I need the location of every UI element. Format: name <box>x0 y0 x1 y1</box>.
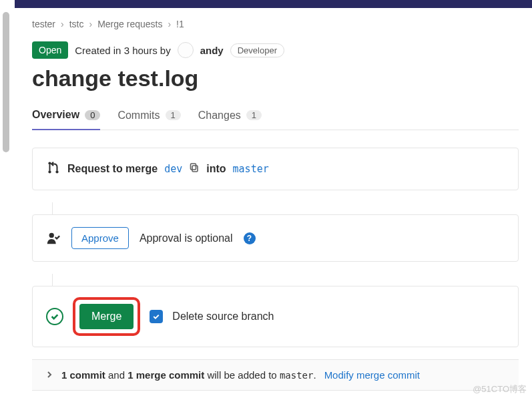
tab-commits[interactable]: Commits 1 <box>117 109 180 130</box>
approval-panel: Approve Approval is optional ? <box>32 214 519 262</box>
copy-icon[interactable] <box>189 162 200 176</box>
scrollbar-thumb[interactable] <box>3 12 9 152</box>
left-scrollbar[interactable] <box>0 0 15 398</box>
chevron-right-icon: › <box>168 19 171 29</box>
tab-label: Overview <box>32 109 79 121</box>
tab-label: Commits <box>117 110 160 122</box>
merge-button[interactable]: Merge <box>79 304 134 329</box>
merge-panel: Merge Delete source branch <box>32 286 519 347</box>
tab-overview[interactable]: Overview 0 <box>32 109 100 130</box>
into-label: into <box>206 163 226 175</box>
status-success-icon <box>46 308 63 325</box>
svg-point-0 <box>48 162 51 164</box>
timeline-line <box>52 202 519 214</box>
target-branch-link[interactable]: master <box>233 163 269 175</box>
timeline-line <box>52 274 519 286</box>
commit-summary-text: 1 commit and 1 merge commit will be adde… <box>61 369 316 381</box>
svg-point-2 <box>55 170 58 173</box>
approve-button[interactable]: Approve <box>71 227 129 249</box>
approver-icon <box>46 231 61 246</box>
approval-optional-text: Approval is optional <box>140 232 233 244</box>
commit-summary-panel: 1 commit and 1 merge commit will be adde… <box>32 359 519 391</box>
status-badge: Open <box>32 41 68 59</box>
tab-changes[interactable]: Changes 1 <box>198 109 262 130</box>
svg-rect-3 <box>192 166 198 172</box>
created-text: Created in 3 hours by <box>75 45 170 56</box>
delete-branch-label: Delete source branch <box>172 311 274 323</box>
author-name[interactable]: andy <box>200 45 224 56</box>
annotation-highlight: Merge <box>73 297 140 336</box>
tabs: Overview 0 Commits 1 Changes 1 <box>32 109 519 130</box>
info-icon[interactable]: ? <box>244 232 256 244</box>
tab-count: 1 <box>166 110 181 120</box>
svg-rect-4 <box>191 164 196 170</box>
tab-count: 1 <box>246 110 262 120</box>
chevron-right-icon: › <box>89 19 92 29</box>
breadcrumb-item[interactable]: Merge requests <box>97 19 162 29</box>
watermark: @51CTO博客 <box>473 383 527 395</box>
tab-label: Changes <box>198 110 241 122</box>
breadcrumb-item[interactable]: !1 <box>176 19 184 29</box>
svg-point-1 <box>48 170 51 173</box>
merge-request-icon <box>46 160 61 178</box>
modify-commit-link[interactable]: Modify merge commit <box>324 369 420 381</box>
tab-count: 0 <box>85 110 100 120</box>
chevron-right-icon[interactable] <box>45 369 53 381</box>
merge-request-panel: Request to merge dev into master <box>32 148 519 190</box>
role-badge: Developer <box>230 43 284 57</box>
delete-branch-checkbox[interactable] <box>150 310 163 323</box>
svg-point-5 <box>49 232 54 237</box>
mr-meta-row: Open Created in 3 hours by andy Develope… <box>32 41 519 59</box>
breadcrumb-item[interactable]: tstc <box>69 19 84 29</box>
avatar[interactable] <box>178 42 194 58</box>
top-accent-bar <box>0 0 532 8</box>
page-title: change test.log <box>32 65 519 91</box>
breadcrumb: tester › tstc › Merge requests › !1 <box>32 19 519 29</box>
request-label: Request to merge <box>67 163 158 175</box>
source-branch-link[interactable]: dev <box>164 163 182 175</box>
breadcrumb-item[interactable]: tester <box>32 19 55 29</box>
chevron-right-icon: › <box>61 19 64 29</box>
